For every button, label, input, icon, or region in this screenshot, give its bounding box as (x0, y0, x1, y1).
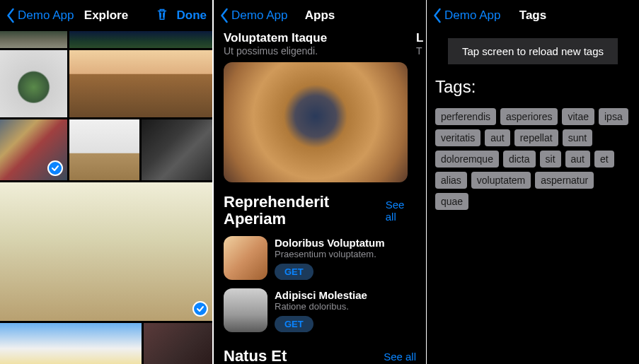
tag-chip[interactable]: veritatis (435, 129, 480, 146)
photo-tile[interactable] (0, 31, 67, 48)
tags-heading: Tags: (435, 77, 631, 97)
see-all-link[interactable]: See all (384, 351, 416, 363)
tag-chip[interactable]: aspernatur (535, 172, 594, 189)
explore-screen: Demo App Explore Done (0, 0, 212, 364)
app-thumbnail (224, 288, 267, 332)
chevron-left-icon (6, 8, 15, 23)
tag-chip[interactable]: et (594, 151, 614, 168)
back-button[interactable]: Demo App (432, 8, 500, 23)
tag-chip[interactable]: vitae (562, 108, 594, 125)
app-list-item[interactable]: Adipisci Molestiae Ratione doloribus. GE… (224, 288, 416, 332)
trash-icon (154, 6, 170, 22)
tag-chip[interactable]: quae (435, 193, 468, 210)
photo-tile[interactable] (0, 119, 67, 180)
tag-chip[interactable]: asperiores (500, 108, 558, 125)
get-button[interactable]: GET (275, 316, 313, 332)
navbar-tags: Demo App Tags (427, 0, 639, 31)
feature-image (224, 62, 408, 182)
back-button[interactable]: Demo App (6, 8, 74, 23)
photo-tile[interactable] (0, 182, 212, 321)
photo-tile[interactable] (0, 323, 142, 364)
tag-chip[interactable]: repellat (514, 129, 558, 146)
navbar-apps: Demo App Apps (214, 0, 426, 31)
back-label: Demo App (18, 8, 74, 23)
tags-screen: Demo App Tags Tap screen to reload new t… (427, 0, 639, 364)
tag-chip[interactable]: sunt (563, 129, 592, 146)
photo-tile[interactable] (69, 119, 140, 180)
back-button[interactable]: Demo App (219, 8, 287, 23)
tag-chip[interactable]: aut (565, 151, 590, 168)
back-label: Demo App (231, 8, 287, 23)
selection-check-icon (192, 301, 208, 317)
selection-check-icon (47, 160, 63, 176)
photo-tile[interactable] (142, 119, 212, 180)
tag-chip[interactable]: aut (485, 129, 510, 146)
section-title: Natus Et (224, 348, 287, 364)
chevron-left-icon (432, 8, 442, 23)
section-title: Reprehenderit Aperiam (224, 194, 386, 228)
reload-tags-button[interactable]: Tap screen to reload new tags (448, 38, 618, 64)
photo-grid (0, 31, 212, 364)
app-list-item[interactable]: Doloribus Voluptatum Praesentium volupta… (224, 236, 416, 280)
app-thumbnail (224, 236, 267, 280)
done-button[interactable]: Done (177, 8, 207, 23)
feature-title: Voluptatem Itaque (224, 31, 408, 45)
featured-carousel[interactable]: Voluptatem Itaque Ut possimus eligendi. … (224, 31, 416, 182)
tag-chip[interactable]: sit (540, 151, 561, 168)
tag-chip[interactable]: alias (435, 172, 467, 189)
photo-tile[interactable] (144, 323, 212, 364)
navbar-explore: Demo App Explore Done (0, 0, 212, 31)
see-all-link[interactable]: See all (386, 199, 416, 223)
feature-card[interactable]: L T (416, 31, 426, 182)
app-title: Adipisci Molestiae (275, 289, 416, 301)
photo-tile[interactable] (0, 50, 67, 117)
feature-card[interactable]: Voluptatem Itaque Ut possimus eligendi. (224, 31, 408, 182)
get-button[interactable]: GET (275, 264, 313, 280)
tag-chip[interactable]: doloremque (435, 151, 499, 168)
tag-chip[interactable]: ipsa (599, 108, 628, 125)
app-subtitle: Praesentium voluptatem. (275, 249, 416, 259)
chevron-left-icon (219, 8, 229, 23)
photo-tile[interactable] (69, 31, 212, 48)
photo-tile[interactable] (69, 50, 212, 117)
feature-subtitle: Ut possimus eligendi. (224, 45, 408, 57)
tag-chip[interactable]: voluptatem (471, 172, 531, 189)
app-title: Doloribus Voluptatum (275, 237, 416, 249)
app-subtitle: Ratione doloribus. (275, 301, 416, 312)
feature-title: L (416, 31, 426, 45)
tag-cloud: perferendisasperioresvitaeipsaveritatisa… (435, 108, 631, 210)
tag-chip[interactable]: dicta (503, 151, 536, 168)
section-header: Reprehenderit Aperiam See all (224, 194, 416, 228)
trash-button[interactable] (154, 6, 170, 25)
feature-subtitle: T (416, 45, 426, 57)
section-header: Natus Et See all (224, 348, 416, 364)
tag-chip[interactable]: perferendis (435, 108, 496, 125)
back-label: Demo App (444, 8, 500, 23)
apps-screen: Demo App Apps Voluptatem Itaque Ut possi… (214, 0, 426, 364)
